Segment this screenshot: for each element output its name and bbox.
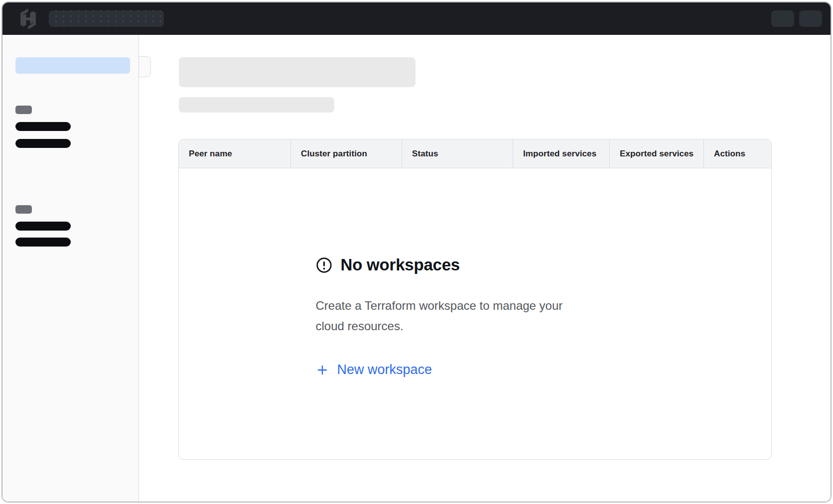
empty-state-description-line-1: Create a Terraform workspace to manage y… bbox=[316, 295, 635, 316]
app-window: Peer name Cluster partition Status Impor… bbox=[1, 1, 832, 503]
sidebar-item-skeleton-1[interactable] bbox=[15, 122, 71, 131]
table-body: No workspaces Create a Terraform workspa… bbox=[179, 168, 771, 459]
page-subtitle-skeleton bbox=[179, 97, 334, 113]
topbar-button-placeholder-2[interactable] bbox=[799, 10, 822, 27]
alert-circle-icon bbox=[316, 257, 332, 273]
column-header-imported-services: Imported services bbox=[513, 139, 610, 168]
top-navigation-bar bbox=[2, 2, 831, 35]
sidebar-item-skeleton-2[interactable] bbox=[15, 139, 71, 148]
table-header-row: Peer name Cluster partition Status Impor… bbox=[179, 139, 771, 168]
column-header-actions: Actions bbox=[704, 139, 771, 168]
empty-state-title-row: No workspaces bbox=[316, 255, 635, 274]
hashicorp-logo-icon[interactable] bbox=[18, 8, 38, 29]
peers-table: Peer name Cluster partition Status Impor… bbox=[178, 139, 772, 460]
sidebar bbox=[2, 35, 139, 502]
sidebar-section-label-skeleton-2 bbox=[15, 205, 32, 214]
plus-icon bbox=[316, 364, 329, 377]
sidebar-toggle-handle[interactable] bbox=[139, 56, 151, 77]
column-header-cluster-partition: Cluster partition bbox=[291, 139, 402, 168]
empty-state-description: Create a Terraform workspace to manage y… bbox=[316, 295, 635, 336]
empty-state-title: No workspaces bbox=[341, 255, 460, 274]
sidebar-active-item-skeleton[interactable] bbox=[15, 57, 130, 74]
empty-state: No workspaces Create a Terraform workspa… bbox=[316, 168, 635, 459]
app-body: Peer name Cluster partition Status Impor… bbox=[2, 35, 831, 502]
column-header-peer-name: Peer name bbox=[179, 139, 291, 168]
topbar-button-placeholder-1[interactable] bbox=[771, 10, 794, 27]
sidebar-item-skeleton-3[interactable] bbox=[15, 222, 71, 231]
new-workspace-button[interactable]: New workspace bbox=[316, 362, 432, 378]
main-content: Peer name Cluster partition Status Impor… bbox=[139, 35, 831, 502]
page-title-skeleton bbox=[179, 57, 416, 87]
column-header-status: Status bbox=[402, 139, 513, 168]
screenshot-canvas: Peer name Cluster partition Status Impor… bbox=[0, 0, 833, 504]
sidebar-item-skeleton-4[interactable] bbox=[15, 238, 71, 247]
sidebar-section-label-skeleton-1 bbox=[15, 106, 32, 114]
new-workspace-label: New workspace bbox=[337, 362, 432, 378]
empty-state-description-line-2: cloud resources. bbox=[316, 316, 635, 336]
topbar-skeleton-searchbox bbox=[49, 10, 164, 27]
column-header-exported-services: Exported services bbox=[610, 139, 704, 168]
